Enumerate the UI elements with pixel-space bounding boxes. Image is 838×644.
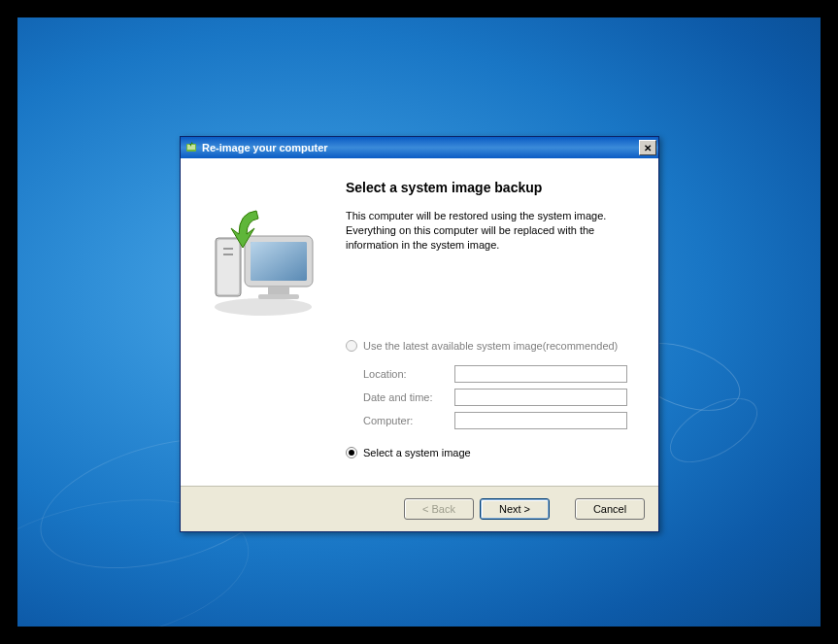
radio-icon [346, 447, 357, 458]
svg-rect-6 [223, 254, 233, 255]
location-label: Location: [363, 368, 449, 380]
option-use-latest: Use the latest available system image(re… [346, 340, 641, 352]
location-field [454, 365, 627, 383]
computer-label: Computer: [363, 415, 449, 426]
cancel-button[interactable]: Cancel [575, 498, 645, 520]
illustration-pane [181, 158, 346, 486]
latest-image-details: Location: Date and time: Computer: [346, 365, 627, 429]
desktop-background: Re-image your computer ✕ [17, 17, 821, 627]
app-icon [184, 141, 198, 154]
datetime-field [454, 389, 627, 406]
radio-icon [346, 340, 357, 352]
window-title: Re-image your computer [202, 142, 639, 153]
page-heading: Select a system image backup [346, 180, 641, 195]
wizard-window: Re-image your computer ✕ [180, 136, 659, 532]
svg-point-2 [215, 298, 312, 316]
button-spacer [555, 498, 569, 520]
option-select-image[interactable]: Select a system image [346, 447, 641, 458]
svg-rect-10 [268, 287, 289, 294]
decorative-swoosh [659, 385, 768, 475]
svg-rect-5 [223, 248, 233, 250]
next-button[interactable]: Next > [480, 498, 550, 520]
svg-rect-11 [258, 294, 299, 299]
restore-illustration [200, 205, 326, 322]
back-button: < Back [404, 498, 474, 520]
page-description: This computer will be restored using the… [346, 209, 618, 253]
wizard-body: Select a system image backup This comput… [181, 158, 658, 486]
content-pane: Select a system image backup This comput… [346, 158, 658, 486]
close-button[interactable]: ✕ [639, 140, 656, 155]
title-bar[interactable]: Re-image your computer ✕ [181, 137, 658, 158]
datetime-label: Date and time: [363, 391, 449, 403]
svg-rect-9 [251, 242, 307, 281]
close-icon: ✕ [644, 143, 652, 153]
button-bar: < Back Next > Cancel [181, 486, 658, 531]
computer-field [454, 412, 627, 429]
option-use-latest-label: Use the latest available system image(re… [363, 340, 618, 352]
option-select-image-label: Select a system image [363, 447, 471, 458]
